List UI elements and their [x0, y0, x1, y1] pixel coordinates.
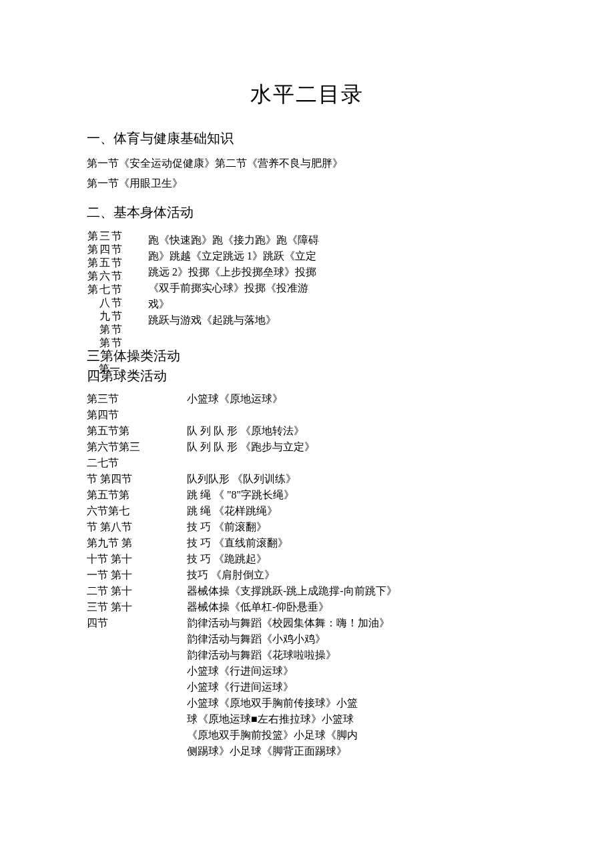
- list-row: 小篮球《原地双手胸前传接球》小篮: [87, 695, 527, 711]
- row-content: 韵律活动与舞蹈《小鸡小鸡》: [187, 631, 527, 647]
- list-row: 十节 第十技 巧 《跪跳起》: [87, 551, 527, 567]
- section-2-right-col: 跑《快速跑》跑《接力跑》跑《障碍 跑》跳越《立定跳远 1》跳跃《立定 跳远 2》…: [148, 230, 319, 328]
- section-1-line-1: 第一节《安全运动促健康》第二节《营养不良与肥胖》: [87, 155, 527, 171]
- row-content: 队 列 队 形 《原地转法》: [187, 423, 527, 439]
- list-row: 第三节小篮球《原地运球》: [87, 391, 527, 407]
- row-content: 小篮球《行进间运球》: [187, 663, 527, 679]
- cell: 第: [99, 323, 111, 336]
- list-row: 节 第八节技 巧 《前滚翻》: [87, 519, 527, 535]
- cell: 第: [87, 270, 99, 283]
- cell: [87, 310, 99, 323]
- cell: 节: [111, 243, 123, 256]
- listing-block: 第三节小篮球《原地运球》第四节第五节第队 列 队 形 《原地转法》第六节第三队 …: [87, 391, 527, 759]
- document-page: 水平二目录 一、体育与健康基础知识 第一节《安全运动促健康》第二节《营养不良与肥…: [0, 0, 614, 799]
- cell: 节: [111, 230, 123, 243]
- section-2-left-col: 第三节 第四节 第五节 第六节 第七节 八节 九节 第节 第节: [87, 230, 139, 350]
- row-content: 技 巧 《前滚翻》: [187, 519, 527, 535]
- row-label: 二七节: [87, 455, 187, 471]
- list-row: 球《原地运球■左右推拉球》小篮球: [87, 711, 527, 727]
- line: 戏》: [148, 296, 319, 312]
- list-row: 六节第七跳 绳 《花样跳绳》: [87, 503, 527, 519]
- row-label: 第三节: [87, 391, 187, 407]
- cell: 九: [99, 310, 111, 323]
- cell: 八: [99, 296, 111, 310]
- list-row: 四节韵律活动与舞蹈《校园集体舞：嗨！加油》: [87, 615, 527, 631]
- cell: 第: [87, 283, 99, 296]
- cell: 三: [99, 230, 111, 243]
- cell: 五: [99, 256, 111, 270]
- section-3-header: 三第体操类活动: [87, 347, 527, 364]
- line: 跳跃与游戏《起跳与落地》: [148, 312, 319, 328]
- list-row: 第六节第三队 列 队 形 《跑步与立定》: [87, 439, 527, 455]
- list-row: 韵律活动与舞蹈《花球啦啦操》: [87, 647, 527, 663]
- section-1-header: 一、体育与健康基础知识: [87, 129, 527, 147]
- row-label: 节 第四节: [87, 471, 187, 487]
- cell: 节: [111, 310, 123, 323]
- row-label: 第六节第三: [87, 439, 187, 455]
- list-row: 三节 第十器械体操《低单杠-仰卧悬垂》: [87, 599, 527, 615]
- list-row: 侧踢球》小足球《脚背正面踢球》: [87, 743, 527, 759]
- cell: 四: [99, 243, 111, 256]
- line: 跳远 2》投掷《上步投掷垒球》投掷: [148, 264, 319, 280]
- section-2-body: 第三节 第四节 第五节 第六节 第七节 八节 九节 第节 第节 跑《快速跑》跑《…: [87, 230, 527, 350]
- line: 《双手前掷实心球》投掷《投准游: [148, 280, 319, 296]
- cell: 节: [111, 256, 123, 270]
- list-row: 小篮球《行进间运球》: [87, 663, 527, 679]
- row-content: 韵律活动与舞蹈《花球啦啦操》: [187, 647, 527, 663]
- row-content: 小篮球《原地双手胸前传接球》小篮: [187, 695, 527, 711]
- cell: 节: [111, 296, 123, 310]
- row-label: 第五节第: [87, 423, 187, 439]
- row-content: 技 巧 《跪跳起》: [187, 551, 527, 567]
- cell: 节: [111, 323, 123, 336]
- cell: [87, 336, 99, 350]
- cell: 节: [111, 270, 123, 283]
- row-label: 第五节第: [87, 487, 187, 503]
- cell: 七: [99, 283, 111, 296]
- row-label: 节 第八节: [87, 519, 187, 535]
- row-content: 器械体操《低单杠-仰卧悬垂》: [187, 599, 527, 615]
- row-content: 技巧 《肩肘倒立》: [187, 567, 527, 583]
- row-label: 四节: [87, 615, 187, 631]
- row-content: 器械体操《支撑跳跃-跳上成跪撑-向前跳下》: [187, 583, 527, 599]
- cell: 节: [111, 283, 123, 296]
- row-label: 三节 第十: [87, 599, 187, 615]
- list-row: 二节 第十器械体操《支撑跳跃-跳上成跪撑-向前跳下》: [87, 583, 527, 599]
- row-content: 队列队形 《队列训练》: [187, 471, 527, 487]
- row-label: 六节第七: [87, 503, 187, 519]
- list-row: 一节 第十技巧 《肩肘倒立》: [87, 567, 527, 583]
- row-label: 第四节: [87, 407, 187, 423]
- row-content: 韵律活动与舞蹈《校园集体舞：嗨！加油》: [187, 615, 527, 631]
- list-row: 第九节 第技 巧 《直线前滚翻》: [87, 535, 527, 551]
- line: 跑》跳越《立定跳远 1》跳跃《立定: [148, 248, 319, 264]
- line: 跑《快速跑》跑《接力跑》跑《障碍: [148, 232, 319, 248]
- row-content: 队 列 队 形 《跑步与立定》: [187, 439, 527, 455]
- cell: 第: [99, 336, 111, 350]
- row-content: 技 巧 《直线前滚翻》: [187, 535, 527, 551]
- row-content: 小篮球《行进间运球》: [187, 679, 527, 695]
- list-row: 节 第四节队列队形 《队列训练》: [87, 471, 527, 487]
- section-4-header: 四第球类活动: [87, 367, 527, 384]
- page-title: 水平二目录: [87, 80, 527, 109]
- cell: 第: [87, 256, 99, 270]
- row-label: 一节 第十: [87, 567, 187, 583]
- list-row: 第五节第队 列 队 形 《原地转法》: [87, 423, 527, 439]
- section-1-line-2: 第一节《用眼卫生》: [87, 175, 527, 191]
- row-label: 第九节 第: [87, 535, 187, 551]
- list-row: 第五节第跳 绳 《 "8"字跳长绳》: [87, 487, 527, 503]
- list-row: 《原地双手胸前投篮》小足球《脚内: [87, 727, 527, 743]
- row-content: 《原地双手胸前投篮》小足球《脚内: [187, 727, 527, 743]
- list-row: 韵律活动与舞蹈《小鸡小鸡》: [87, 631, 527, 647]
- cell: 节: [111, 336, 123, 350]
- row-label: 二节 第十: [87, 583, 187, 599]
- cell: 第: [87, 243, 99, 256]
- cell: 第: [87, 230, 99, 243]
- row-content: 侧踢球》小足球《脚背正面踢球》: [187, 743, 527, 759]
- row-content: 跳 绳 《花样跳绳》: [187, 503, 527, 519]
- row-content: 小篮球《原地运球》: [187, 391, 527, 407]
- cell: [87, 296, 99, 310]
- cell: [87, 323, 99, 336]
- row-content: 跳 绳 《 "8"字跳长绳》: [187, 487, 527, 503]
- row-content: 球《原地运球■左右推拉球》小篮球: [187, 711, 527, 727]
- cell: 六: [99, 270, 111, 283]
- list-row: 二七节: [87, 455, 527, 471]
